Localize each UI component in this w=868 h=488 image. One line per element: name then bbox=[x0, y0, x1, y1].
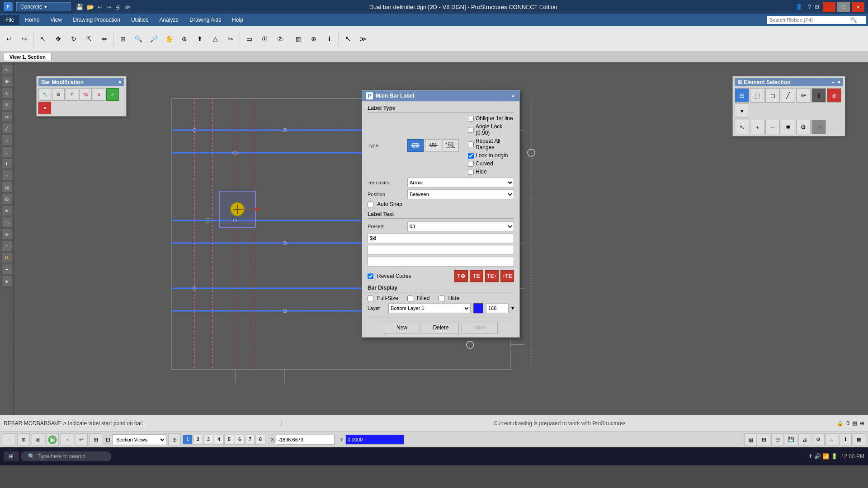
bm-icon-2[interactable]: ⊞ bbox=[52, 88, 65, 101]
sb-select[interactable]: ↖ bbox=[1, 64, 12, 75]
close-btn[interactable]: × bbox=[852, 2, 864, 12]
tb-snap[interactable]: ⊕ bbox=[307, 32, 321, 46]
menu-view[interactable]: View bbox=[45, 15, 67, 25]
es-properties[interactable]: ℹ bbox=[811, 88, 826, 103]
sb-section[interactable]: ✦ bbox=[1, 264, 12, 275]
full-size-checkbox[interactable] bbox=[368, 296, 373, 301]
user-icon[interactable]: 👤 bbox=[796, 4, 802, 10]
grid-btn-1[interactable]: ▦ bbox=[744, 433, 757, 446]
bar-modification-close[interactable]: × bbox=[118, 79, 122, 85]
qa-more[interactable]: ≫ bbox=[124, 4, 131, 10]
sb-attribute[interactable]: ≡ bbox=[1, 240, 12, 251]
es-select-elem[interactable]: ⬚ bbox=[750, 88, 764, 103]
code-icon-1[interactable]: T⊕ bbox=[454, 270, 468, 282]
qa-print[interactable]: 🖨 bbox=[115, 4, 121, 10]
hide2-checkbox[interactable] bbox=[439, 296, 444, 301]
terminator-select[interactable]: Arrow Dot None Open bbox=[407, 178, 514, 188]
text-input-line2[interactable] bbox=[368, 245, 514, 255]
maximize-btn[interactable]: □ bbox=[837, 2, 850, 12]
bm-icon-3[interactable]: T bbox=[66, 88, 78, 101]
hide-checkbox[interactable] bbox=[468, 169, 474, 175]
type-icon-3[interactable]: 03 bbox=[443, 139, 459, 152]
bm-icon-5[interactable]: ⊗ bbox=[93, 88, 105, 101]
reveal-codes-checkbox[interactable] bbox=[368, 273, 373, 279]
es-subtract[interactable]: − bbox=[765, 120, 780, 134]
tb-zoom-in[interactable]: 🔍 bbox=[131, 32, 146, 46]
tb-forward[interactable]: ↪ bbox=[17, 32, 32, 46]
bt-right[interactable]: → bbox=[61, 433, 73, 446]
text-input-line3[interactable] bbox=[368, 257, 514, 267]
num-btn-7[interactable]: 7 bbox=[245, 435, 255, 445]
code-icon-2[interactable]: TE bbox=[470, 270, 483, 282]
tb-walk[interactable]: ⬆ bbox=[193, 32, 207, 46]
menu-drawing-production[interactable]: Drawing Production bbox=[67, 15, 126, 25]
bm-accept[interactable]: ✓ bbox=[106, 88, 119, 101]
sb-rect[interactable]: □ bbox=[1, 146, 12, 157]
bt-prev[interactable]: ← bbox=[3, 433, 15, 446]
tb-properties[interactable]: ℹ bbox=[322, 32, 336, 46]
tb-arrow-more[interactable]: ≫ bbox=[356, 32, 370, 46]
lock-origin-checkbox[interactable] bbox=[468, 153, 474, 159]
start-button[interactable]: ⊞ bbox=[4, 451, 19, 461]
sb-group[interactable]: ⊞ bbox=[1, 193, 12, 204]
snap-status[interactable]: ⊕ bbox=[860, 420, 864, 427]
num-btn-3[interactable]: 3 bbox=[203, 435, 213, 445]
grid-status[interactable]: ▦ bbox=[852, 420, 857, 427]
presets-select[interactable]: 03 01 02 04 bbox=[407, 221, 514, 231]
layer-select[interactable]: Bottom Layer 1 Bottom Layer 2 Top Layer … bbox=[388, 303, 471, 313]
es-edit[interactable]: ✏ bbox=[796, 88, 811, 103]
es-minimize[interactable]: − bbox=[831, 79, 835, 85]
expand-icon[interactable]: ⊞ bbox=[815, 4, 819, 10]
es-expand[interactable]: ▾ bbox=[735, 103, 749, 118]
tb-cursor[interactable]: ↖ bbox=[340, 32, 355, 46]
bt-map[interactable]: ⊞ bbox=[90, 433, 102, 446]
tb-zoom-out[interactable]: 🔎 bbox=[146, 32, 161, 46]
es-select-fence[interactable]: ◻ bbox=[765, 88, 780, 103]
es-close[interactable]: × bbox=[837, 79, 840, 85]
bt-save-right[interactable]: 💾 bbox=[785, 433, 797, 446]
angle-lock-checkbox[interactable] bbox=[468, 127, 474, 133]
tb-view2[interactable]: ② bbox=[273, 32, 287, 46]
bt-3d[interactable]: ◎ bbox=[32, 433, 44, 446]
tb-clip[interactable]: ✂ bbox=[223, 32, 238, 46]
sb-scale[interactable]: ⇱ bbox=[1, 99, 12, 110]
tb-pan[interactable]: ✋ bbox=[162, 32, 176, 46]
filled-checkbox[interactable] bbox=[407, 296, 413, 301]
sb-rebar[interactable]: R bbox=[1, 252, 12, 263]
num-btn-2[interactable]: 2 bbox=[193, 435, 203, 445]
auto-snap-checkbox[interactable] bbox=[368, 202, 373, 207]
qa-save[interactable]: 💾 bbox=[76, 4, 83, 10]
es-gray[interactable]: □ bbox=[811, 120, 826, 134]
bt-props-right[interactable]: ⚙ bbox=[812, 433, 825, 446]
tb-scale[interactable]: ⇱ bbox=[82, 32, 96, 46]
sb-move[interactable]: ✥ bbox=[1, 76, 12, 87]
tb-back[interactable]: ↩ bbox=[2, 32, 16, 46]
sb-manipulate[interactable]: ⊕ bbox=[1, 229, 12, 239]
sb-fence[interactable]: ⬚ bbox=[1, 217, 12, 228]
sb-circle[interactable]: ○ bbox=[1, 135, 12, 145]
minimize-btn[interactable]: − bbox=[823, 2, 835, 12]
sb-mirror[interactable]: ⇔ bbox=[1, 111, 12, 122]
sb-special[interactable]: ◈ bbox=[1, 276, 12, 286]
es-select-vert[interactable]: ╱ bbox=[781, 88, 795, 103]
sb-text[interactable]: T bbox=[1, 158, 12, 169]
grid-btn-3[interactable]: ⊟ bbox=[771, 433, 784, 446]
sb-line[interactable]: ╱ bbox=[1, 123, 12, 134]
sb-dim[interactable]: ↔ bbox=[1, 170, 12, 181]
tb-select[interactable]: ↖ bbox=[36, 32, 50, 46]
code-icon-4[interactable]: ↕TE bbox=[500, 270, 514, 282]
text-input-main[interactable] bbox=[368, 233, 514, 243]
view-tab-section[interactable]: View 1, Section bbox=[4, 53, 52, 61]
position-select[interactable]: Between Above Below bbox=[407, 189, 514, 199]
color-number[interactable] bbox=[486, 303, 509, 313]
menu-analyze[interactable]: Analyze bbox=[154, 15, 184, 25]
num-btn-8[interactable]: 8 bbox=[255, 435, 265, 445]
bt-settings-right[interactable]: ≡ bbox=[826, 433, 838, 446]
lock-icon[interactable]: 🔒 bbox=[837, 420, 844, 427]
bt-more-right[interactable]: ▦ bbox=[853, 433, 865, 446]
ribbon-search-input[interactable] bbox=[769, 17, 851, 23]
delete-button[interactable]: Delete bbox=[423, 322, 459, 333]
tb-toggle-grid[interactable]: ▦ bbox=[291, 32, 306, 46]
bm-cancel[interactable]: ✕ bbox=[38, 102, 51, 114]
bt-print-right[interactable]: 🖨 bbox=[798, 433, 811, 446]
